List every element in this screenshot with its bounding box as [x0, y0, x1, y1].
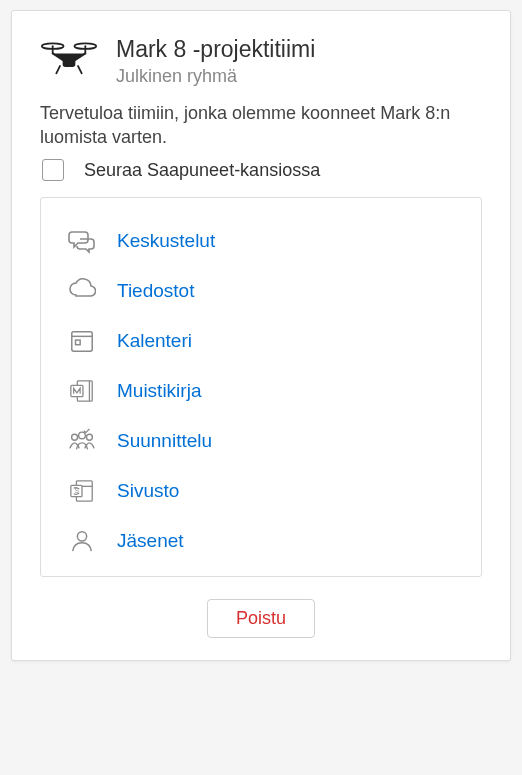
nav-label: Sivusto [117, 480, 179, 502]
nav-label: Kalenteri [117, 330, 192, 352]
nav-item-files[interactable]: Tiedostot [63, 266, 459, 316]
drone-icon [40, 35, 98, 79]
header: Mark 8 -projektitiimi Julkinen ryhmä [40, 35, 482, 87]
group-description: Tervetuloa tiimiin, jonka olemme koonnee… [40, 101, 482, 150]
nav-item-planner[interactable]: Suunnittelu [63, 416, 459, 466]
svg-text:S: S [75, 488, 80, 495]
group-title: Mark 8 -projektitiimi [116, 35, 482, 64]
group-subtitle: Julkinen ryhmä [116, 66, 482, 87]
nav-label: Suunnittelu [117, 430, 212, 452]
svg-line-6 [78, 66, 82, 73]
nav-item-conversations[interactable]: Keskustelut [63, 216, 459, 266]
svg-point-13 [72, 435, 78, 441]
svg-line-5 [56, 66, 60, 73]
members-icon [67, 526, 97, 556]
nav-label: Jäsenet [117, 530, 184, 552]
files-icon [67, 276, 97, 306]
conversations-icon [67, 226, 97, 256]
nav-item-site[interactable]: S Sivusto [63, 466, 459, 516]
svg-point-20 [77, 532, 86, 541]
nav-item-notebook[interactable]: Muistikirja [63, 366, 459, 416]
site-icon: S [67, 476, 97, 506]
group-card: Mark 8 -projektitiimi Julkinen ryhmä Ter… [11, 10, 511, 661]
nav-item-members[interactable]: Jäsenet [63, 516, 459, 566]
nav-item-calendar[interactable]: Kalenteri [63, 316, 459, 366]
notebook-icon [67, 376, 97, 406]
svg-rect-12 [71, 386, 83, 397]
group-avatar [40, 35, 98, 79]
nav-label: Muistikirja [117, 380, 201, 402]
calendar-icon [67, 326, 97, 356]
follow-row: Seuraa Saapuneet-kansiossa [40, 159, 482, 181]
follow-checkbox[interactable] [42, 159, 64, 181]
follow-label: Seuraa Saapuneet-kansiossa [84, 160, 320, 181]
svg-rect-4 [64, 59, 75, 66]
nav-box: Keskustelut Tiedostot Kalenteri [40, 197, 482, 577]
footer: Poistu [40, 599, 482, 638]
svg-point-15 [86, 435, 92, 441]
title-block: Mark 8 -projektitiimi Julkinen ryhmä [116, 35, 482, 87]
nav-label: Keskustelut [117, 230, 215, 252]
svg-point-14 [79, 432, 86, 439]
nav-label: Tiedostot [117, 280, 194, 302]
leave-button[interactable]: Poistu [207, 599, 315, 638]
svg-rect-9 [76, 340, 81, 345]
planner-icon [67, 426, 97, 456]
